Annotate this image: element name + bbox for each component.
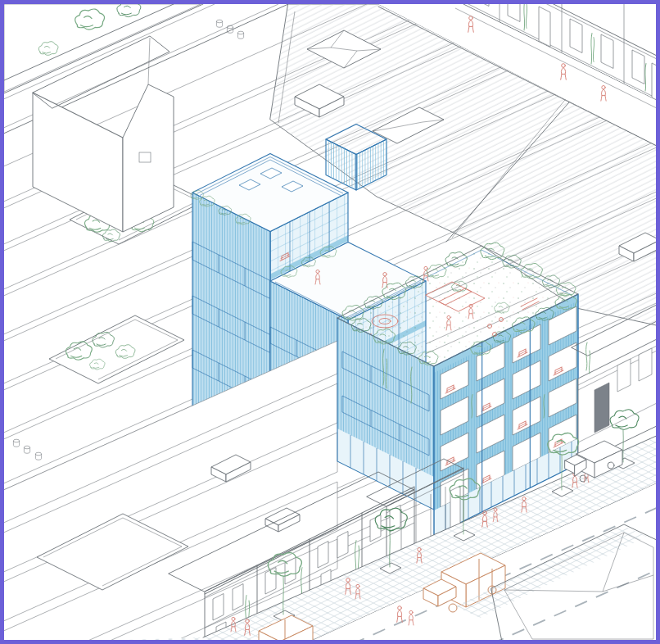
- door: [594, 383, 609, 433]
- illustration-stage: Axonometric line drawing of a city block…: [0, 0, 660, 644]
- gable-window: [139, 152, 151, 162]
- axonometric-drawing: Axonometric line drawing of a city block…: [0, 0, 660, 644]
- door: [539, 7, 550, 47]
